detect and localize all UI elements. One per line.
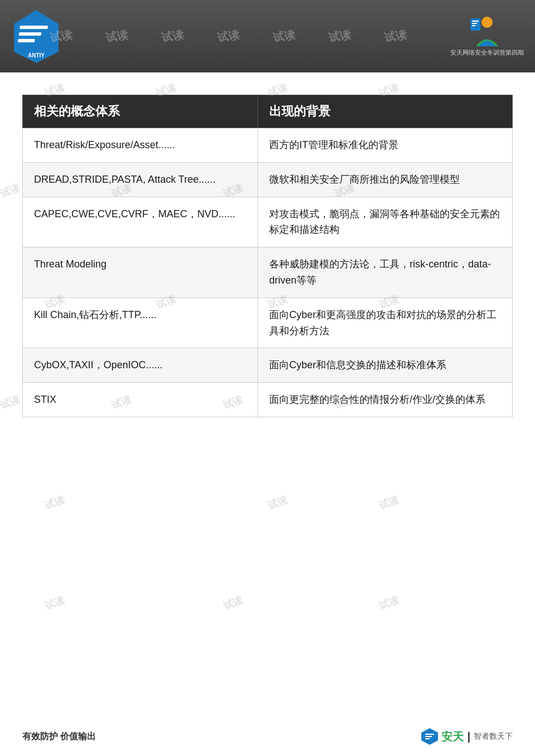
svg-rect-13 bbox=[425, 738, 430, 739]
footer-separator: | bbox=[467, 730, 470, 743]
table-cell-concept-0: Threat/Risk/Exposure/Asset...... bbox=[23, 128, 258, 163]
svg-text:ANTIY: ANTIY bbox=[28, 52, 45, 58]
table-cell-background-2: 对攻击模式，脆弱点，漏洞等各种基础的安全元素的标定和描述结构 bbox=[257, 197, 512, 247]
header-watermark-7: 试读 bbox=[383, 27, 408, 46]
wm-body-13: 试读 bbox=[0, 393, 22, 412]
table-row: CybOX,TAXII，OpenIOC......面向Cyber和信息交换的描述… bbox=[23, 348, 513, 383]
svg-rect-7 bbox=[472, 21, 479, 22]
svg-rect-3 bbox=[18, 39, 35, 42]
footer-brand-tagline: 智者数天下 bbox=[474, 731, 513, 742]
table-header-row: 相关的概念体系 出现的背景 bbox=[23, 95, 513, 128]
table-row: STIX面向更完整的综合性的情报分析/作业/交换的体系 bbox=[23, 383, 513, 417]
svg-rect-11 bbox=[425, 734, 434, 735]
header-watermark-5: 试读 bbox=[272, 27, 296, 46]
table-cell-background-0: 西方的IT管理和标准化的背景 bbox=[257, 128, 512, 163]
table-cell-concept-4: Kill Chain,钻石分析,TTP...... bbox=[23, 297, 258, 348]
wm-body-20: 试读 bbox=[43, 593, 66, 613]
col1-header: 相关的概念体系 bbox=[23, 95, 258, 128]
table-cell-background-5: 面向Cyber和信息交换的描述和标准体系 bbox=[257, 348, 512, 383]
header-watermark-3: 试读 bbox=[160, 27, 185, 46]
footer-brand-chinese: 安天 bbox=[441, 729, 464, 744]
wm-body-22: 试读 bbox=[377, 593, 401, 613]
svg-rect-2 bbox=[19, 32, 42, 36]
header-watermark-1: 试读 bbox=[50, 27, 74, 46]
table-cell-background-1: 微软和相关安全厂商所推出的风险管理模型 bbox=[257, 162, 512, 197]
table-cell-concept-1: DREAD,STRIDE,PASTA, Attack Tree...... bbox=[23, 162, 258, 197]
col2-header: 出现的背景 bbox=[257, 95, 512, 128]
table-cell-concept-3: Threat Modeling bbox=[23, 247, 258, 298]
header: ANTIY 试读 试读 试读 试读 试读 试读 试读 安天网络安全冬训营第四期 bbox=[0, 0, 535, 72]
wm-body-5: 试读 bbox=[0, 181, 22, 201]
header-watermark-2: 试读 bbox=[105, 27, 129, 46]
svg-rect-8 bbox=[472, 23, 477, 24]
header-right-icon bbox=[468, 16, 507, 46]
svg-rect-1 bbox=[20, 26, 48, 29]
wm-body-21: 试读 bbox=[221, 593, 245, 613]
svg-point-5 bbox=[481, 17, 493, 28]
table-cell-background-4: 面向Cyber和更高强度的攻击和对抗的场景的分析工具和分析方法 bbox=[257, 297, 512, 348]
wm-body-17: 试读 bbox=[43, 493, 66, 513]
header-watermarks: 试读 试读 试读 试读 试读 试读 试读 bbox=[50, 0, 468, 72]
main-content: 试读 试读 试读 试读 试读 试读 试读 试读 试读 试读 试读 试读 试读 试… bbox=[0, 72, 535, 434]
wm-body-18: 试读 bbox=[266, 493, 289, 513]
header-watermark-6: 试读 bbox=[328, 27, 352, 46]
table-row: CAPEC,CWE,CVE,CVRF，MAEC，NVD......对攻击模式，脆… bbox=[23, 197, 513, 247]
table-cell-background-6: 面向更完整的综合性的情报分析/作业/交换的体系 bbox=[257, 383, 512, 417]
svg-rect-12 bbox=[425, 736, 432, 737]
footer-antiy-icon bbox=[421, 728, 438, 745]
footer-right: 安天 | 智者数天下 bbox=[421, 728, 513, 745]
footer-tagline: 有效防护 价值输出 bbox=[22, 731, 96, 743]
table-row: Threat Modeling各种威胁建模的方法论，工具，risk-centri… bbox=[23, 247, 513, 298]
table-cell-concept-2: CAPEC,CWE,CVE,CVRF，MAEC，NVD...... bbox=[23, 197, 258, 247]
wm-body-19: 试读 bbox=[377, 493, 401, 513]
footer: 有效防护 价值输出 安天 | 智者数天下 bbox=[0, 728, 535, 745]
header-watermark-4: 试读 bbox=[216, 27, 241, 46]
table-row: DREAD,STRIDE,PASTA, Attack Tree......微软和… bbox=[23, 162, 513, 197]
svg-rect-9 bbox=[472, 25, 475, 26]
concept-table: 相关的概念体系 出现的背景 Threat/Risk/Exposure/Asset… bbox=[22, 95, 513, 417]
table-cell-concept-5: CybOX,TAXII，OpenIOC...... bbox=[23, 348, 258, 383]
table-cell-concept-6: STIX bbox=[23, 383, 258, 417]
table-row: Kill Chain,钻石分析,TTP......面向Cyber和更高强度的攻击… bbox=[23, 297, 513, 348]
svg-rect-6 bbox=[470, 18, 480, 31]
table-row: Threat/Risk/Exposure/Asset......西方的IT管理和… bbox=[23, 128, 513, 163]
table-cell-background-3: 各种威胁建模的方法论，工具，risk-centric，data-driven等等 bbox=[257, 247, 512, 298]
